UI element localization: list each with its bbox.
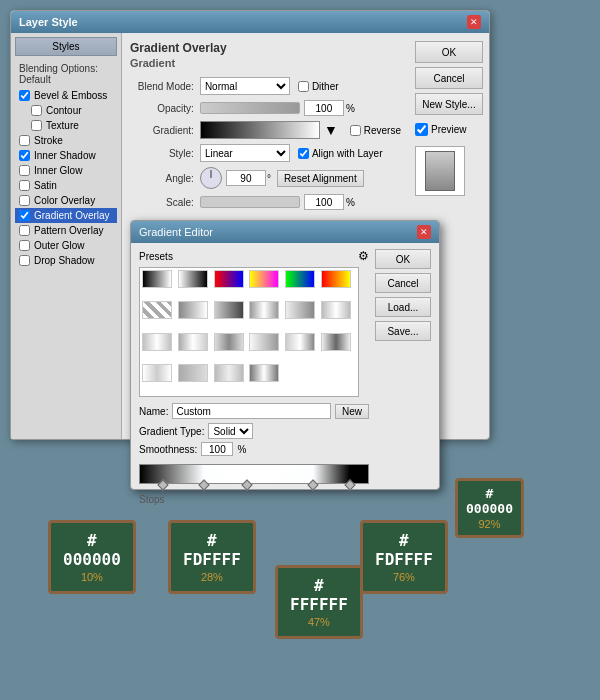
color-overlay-checkbox[interactable] — [19, 195, 30, 206]
gradient-editor-title: Gradient Editor — [139, 226, 213, 238]
style-item-bevel[interactable]: Bevel & Emboss — [15, 88, 117, 103]
preset-item[interactable] — [142, 364, 172, 382]
cancel-button[interactable]: Cancel — [415, 67, 483, 89]
pattern-overlay-checkbox[interactable] — [19, 225, 30, 236]
preset-item[interactable] — [214, 301, 244, 319]
style-item-gradient-overlay[interactable]: Gradient Overlay — [15, 208, 117, 223]
blend-mode-select[interactable]: Normal — [200, 77, 290, 95]
degree-symbol: ° — [267, 173, 271, 184]
preset-item[interactable] — [249, 270, 279, 288]
preset-item[interactable] — [178, 333, 208, 351]
new-gradient-button[interactable]: New — [335, 404, 369, 419]
style-item-stroke[interactable]: Stroke — [15, 133, 117, 148]
preset-item[interactable] — [249, 301, 279, 319]
layer-style-close-button[interactable]: ✕ — [467, 15, 481, 29]
drop-shadow-label: Drop Shadow — [34, 255, 95, 266]
color-tooltip-1: # 000000 10% — [48, 520, 100, 540]
preset-item[interactable] — [321, 333, 351, 351]
style-item-texture[interactable]: Texture — [15, 118, 117, 133]
scale-slider[interactable] — [200, 196, 300, 208]
preview-checkbox-container[interactable]: Preview — [415, 123, 483, 136]
ge-cancel-button[interactable]: Cancel — [375, 273, 431, 293]
style-item-drop-shadow[interactable]: Drop Shadow — [15, 253, 117, 268]
style-item-contour[interactable]: Contour — [15, 103, 117, 118]
style-item-pattern-overlay[interactable]: Pattern Overlay — [15, 223, 117, 238]
opacity-slider[interactable] — [200, 102, 300, 114]
opacity-label: Opacity: — [130, 103, 200, 114]
contour-label: Contour — [46, 105, 82, 116]
style-select[interactable]: Linear — [200, 144, 290, 162]
new-style-button[interactable]: New Style... — [415, 93, 483, 115]
stop-handle-2[interactable] — [198, 479, 209, 490]
inner-glow-checkbox[interactable] — [19, 165, 30, 176]
style-item-color-overlay[interactable]: Color Overlay — [15, 193, 117, 208]
preset-item[interactable] — [321, 270, 351, 288]
preset-item[interactable] — [214, 270, 244, 288]
preset-item[interactable] — [285, 333, 315, 351]
smoothness-input[interactable] — [201, 442, 233, 456]
inner-shadow-checkbox[interactable] — [19, 150, 30, 161]
dither-label[interactable]: Dither — [298, 81, 339, 92]
contour-checkbox[interactable] — [31, 105, 42, 116]
gradient-overlay-checkbox[interactable] — [19, 210, 30, 221]
ok-button[interactable]: OK — [415, 41, 483, 63]
smoothness-label: Smoothness: — [139, 444, 197, 455]
color-value-1: # 000000 — [63, 531, 121, 569]
preset-item[interactable] — [285, 270, 315, 288]
angle-circle[interactable] — [200, 167, 222, 189]
stop-handle-5[interactable] — [344, 479, 355, 490]
stroke-checkbox[interactable] — [19, 135, 30, 146]
preset-item[interactable] — [321, 301, 351, 319]
gradient-dropdown-icon[interactable]: ▼ — [324, 122, 338, 138]
ge-save-button[interactable]: Save... — [375, 321, 431, 341]
color-overlay-label: Color Overlay — [34, 195, 95, 206]
preset-item[interactable] — [178, 364, 208, 382]
drop-shadow-checkbox[interactable] — [19, 255, 30, 266]
angle-input[interactable] — [226, 170, 266, 186]
preset-item[interactable] — [249, 333, 279, 351]
style-item-inner-glow[interactable]: Inner Glow — [15, 163, 117, 178]
reset-alignment-button[interactable]: Reset Alignment — [277, 170, 364, 187]
preset-item[interactable] — [142, 270, 172, 288]
ge-load-button[interactable]: Load... — [375, 297, 431, 317]
align-layer-label[interactable]: Align with Layer — [298, 148, 383, 159]
gradient-editor-close-button[interactable]: ✕ — [417, 225, 431, 239]
dither-checkbox[interactable] — [298, 81, 309, 92]
main-gradient-bar[interactable] — [139, 464, 369, 484]
style-item-outer-glow[interactable]: Outer Glow — [15, 238, 117, 253]
preset-item[interactable] — [142, 333, 172, 351]
color-tooltip-box-3: # FFFFFF 47% — [275, 565, 363, 639]
color-pct-5: 92% — [466, 518, 513, 530]
gear-icon[interactable]: ⚙ — [358, 249, 369, 263]
preset-item[interactable] — [249, 364, 279, 382]
reverse-label[interactable]: Reverse — [350, 125, 401, 136]
scale-input[interactable] — [304, 194, 344, 210]
satin-checkbox[interactable] — [19, 180, 30, 191]
gradient-bar[interactable] — [200, 121, 320, 139]
outer-glow-checkbox[interactable] — [19, 240, 30, 251]
texture-checkbox[interactable] — [31, 120, 42, 131]
gradient-type-select[interactable]: Solid — [208, 423, 253, 439]
color-value-4: # FDFFFF — [375, 531, 433, 569]
inner-shadow-label: Inner Shadow — [34, 150, 96, 161]
preset-item[interactable] — [285, 301, 315, 319]
stop-handle-3[interactable] — [241, 479, 252, 490]
stop-handle-1[interactable] — [157, 479, 168, 490]
preset-item[interactable] — [178, 301, 208, 319]
name-input[interactable] — [172, 403, 331, 419]
align-layer-checkbox[interactable] — [298, 148, 309, 159]
color-tooltip-4: # FDFFFF 76% — [360, 520, 406, 540]
color-value-2: # FDFFFF — [183, 531, 241, 569]
reverse-checkbox[interactable] — [350, 125, 361, 136]
preset-item[interactable] — [214, 333, 244, 351]
preset-item[interactable] — [214, 364, 244, 382]
style-item-inner-shadow[interactable]: Inner Shadow — [15, 148, 117, 163]
preset-item[interactable] — [142, 301, 172, 319]
stop-handle-4[interactable] — [308, 479, 319, 490]
style-item-satin[interactable]: Satin — [15, 178, 117, 193]
opacity-input[interactable] — [304, 100, 344, 116]
preview-checkbox[interactable] — [415, 123, 428, 136]
ge-ok-button[interactable]: OK — [375, 249, 431, 269]
preset-item[interactable] — [178, 270, 208, 288]
bevel-checkbox[interactable] — [19, 90, 30, 101]
